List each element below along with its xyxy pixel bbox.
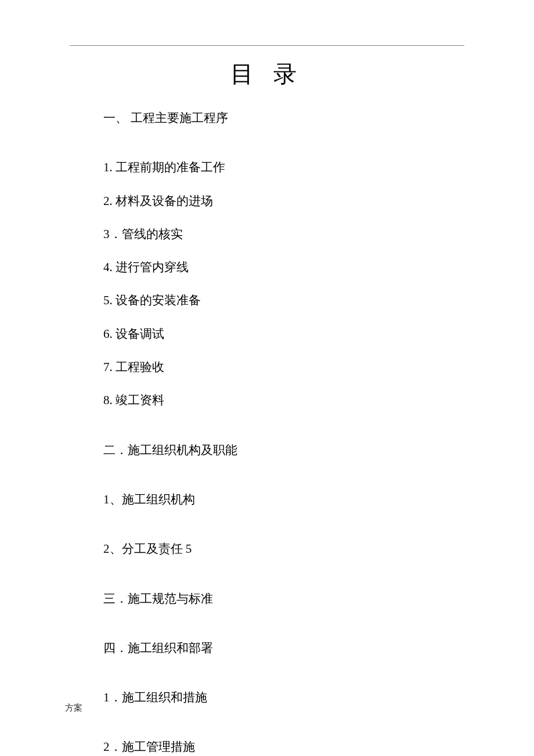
toc-line: 5. 设备的安装准备 [103, 293, 452, 308]
document-page: 目 录 一、 工程主要施工程序1. 工程前期的准备工作2. 材料及设备的进场3．… [0, 0, 534, 756]
toc-line: 2. 材料及设备的进场 [103, 193, 452, 209]
toc-line: 7. 工程验收 [103, 359, 452, 375]
toc-line: 3．管线的核实 [103, 226, 452, 242]
toc-line: 4. 进行管内穿线 [103, 260, 452, 275]
toc-line: 1、施工组织机构 [103, 492, 452, 507]
toc-line: 2．施工管理措施 [103, 739, 452, 755]
toc-line: 一、 工程主要施工程序 [103, 110, 452, 126]
toc-line: 1. 工程前期的准备工作 [103, 160, 452, 175]
footer-text: 方案 [65, 703, 82, 714]
toc-line: 四．施工组织和部署 [103, 640, 452, 656]
toc-line: 1．施工组织和措施 [103, 690, 452, 705]
toc-line: 二．施工组织机构及职能 [103, 442, 452, 458]
toc-line: 8. 竣工资料 [103, 393, 452, 408]
header-rule [70, 45, 464, 46]
toc-line: 三．施工规范与标准 [103, 591, 452, 607]
toc-line: 6. 设备调试 [103, 326, 452, 342]
toc-line: 2、分工及责任 5 [103, 541, 452, 557]
toc-content: 一、 工程主要施工程序1. 工程前期的准备工作2. 材料及设备的进场3．管线的核… [103, 110, 452, 756]
page-title: 目 录 [0, 58, 534, 90]
